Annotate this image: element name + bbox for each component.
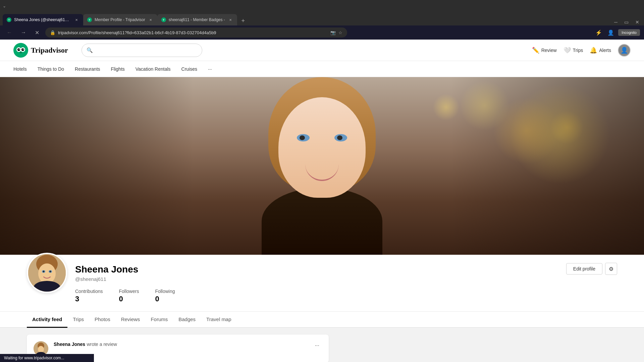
browser-tab-3[interactable]: T sheenaj611 - Member Badges - ✕ xyxy=(157,14,237,25)
left-overlay xyxy=(0,77,193,255)
maximize-button[interactable]: ▭ xyxy=(622,19,631,25)
site-nav: Hotels Things to Do Restaurants Flights … xyxy=(0,61,644,77)
alerts-button[interactable]: 🔔 Alerts xyxy=(590,47,611,54)
address-text: tripadvisor.com/Profile/sheenaj611?fid=6… xyxy=(58,30,328,35)
browser-tab-1[interactable]: T Sheena Jones (@sheenaj611) - T... ✕ xyxy=(3,14,83,25)
svg-point-5 xyxy=(19,49,20,50)
search-input[interactable] xyxy=(96,48,197,53)
profile-handle: @sheenaj611 xyxy=(75,276,617,282)
edit-profile-button[interactable]: Edit profile xyxy=(566,263,602,275)
loading-text: Waiting for www.tripadvisor.com... xyxy=(4,356,64,360)
nav-vacation-rentals[interactable]: Vacation Rentals xyxy=(136,61,171,77)
review-label: Review xyxy=(541,48,557,53)
profile-avatar xyxy=(27,253,67,293)
address-bar-icons: 📷 ☆ xyxy=(330,30,342,35)
site: Tripadvisor 🔍 ✏️ Review 🤍 Trips 🔔 Alerts… xyxy=(0,40,644,362)
tab-title-1: Sheena Jones (@sheenaj611) - T... xyxy=(14,17,71,22)
browser-chrome: ⌄ T Sheena Jones (@sheenaj611) - T... ✕ … xyxy=(0,0,644,40)
extensions-icon[interactable]: ⚡ xyxy=(594,28,603,37)
site-header: Tripadvisor 🔍 ✏️ Review 🤍 Trips 🔔 Alerts… xyxy=(0,40,644,61)
bell-icon: 🔔 xyxy=(590,47,597,54)
logo-area[interactable]: Tripadvisor xyxy=(13,43,68,58)
cover-person xyxy=(205,77,439,255)
tab-bar: T Sheena Jones (@sheenaj611) - T... ✕ T … xyxy=(0,12,644,25)
contributions-stat: Contributions 3 xyxy=(75,289,103,303)
svg-point-11 xyxy=(43,271,45,273)
address-bar[interactable]: 🔒 tripadvisor.com/Profile/sheenaj611?fid… xyxy=(45,27,347,38)
profile-name: Sheena Jones xyxy=(75,264,617,275)
minimize-button[interactable]: ─ xyxy=(612,19,620,25)
nav-cruises[interactable]: Cruises xyxy=(181,61,197,77)
trips-button[interactable]: 🤍 Trips xyxy=(564,47,583,54)
pencil-icon: ✏️ xyxy=(532,47,539,54)
reload-button[interactable]: ✕ xyxy=(32,28,42,37)
heart-icon: 🤍 xyxy=(564,47,571,54)
profile-actions: Edit profile ⚙ xyxy=(566,263,617,275)
contributions-label: Contributions xyxy=(75,289,103,294)
close-window-button[interactable]: ✕ xyxy=(633,19,641,25)
alerts-label: Alerts xyxy=(599,48,611,53)
svg-point-13 xyxy=(50,271,51,273)
loading-bar: Waiting for www.tripadvisor.com... xyxy=(0,354,94,362)
back-button[interactable]: ← xyxy=(4,28,15,37)
header-actions: ✏️ Review 🤍 Trips 🔔 Alerts 👤 xyxy=(532,44,631,57)
tab-favicon-3: T xyxy=(161,17,166,22)
camera-icon[interactable]: 📷 xyxy=(330,30,336,35)
star-icon[interactable]: ☆ xyxy=(338,30,342,35)
following-label: Following xyxy=(155,289,175,294)
feed-author[interactable]: Sheena Jones xyxy=(54,342,85,347)
face-skin xyxy=(278,97,366,198)
browser-tab-2[interactable]: T Member Profile - Tripadvisor ✕ xyxy=(83,14,157,25)
nav-more-button[interactable]: ··· xyxy=(208,66,212,72)
tab-forums[interactable]: Forums xyxy=(145,312,173,328)
new-tab-button[interactable]: + xyxy=(238,16,248,25)
tab-reviews[interactable]: Reviews xyxy=(116,312,146,328)
tab-photos[interactable]: Photos xyxy=(89,312,116,328)
nav-things-to-do[interactable]: Things to Do xyxy=(38,61,64,77)
following-stat[interactable]: Following 0 xyxy=(155,289,175,303)
tab-close-2[interactable]: ✕ xyxy=(148,17,153,22)
left-eye xyxy=(297,134,310,141)
nav-hotels[interactable]: Hotels xyxy=(13,61,27,77)
following-value: 0 xyxy=(155,295,175,303)
right-overlay xyxy=(451,77,644,255)
tab-activity-feed[interactable]: Activity feed xyxy=(27,312,67,328)
tab-travel-map[interactable]: Travel map xyxy=(201,312,236,328)
tab-close-3[interactable]: ✕ xyxy=(228,17,233,22)
tab-badges[interactable]: Badges xyxy=(173,312,201,328)
avatar-svg xyxy=(28,254,66,292)
search-bar[interactable]: 🔍 xyxy=(82,44,202,57)
window-controls: ─ ▭ ✕ xyxy=(612,19,641,25)
user-avatar-header[interactable]: 👤 xyxy=(618,44,631,57)
address-bar-row: ← → ✕ 🔒 tripadvisor.com/Profile/sheenaj6… xyxy=(0,25,644,40)
gear-icon: ⚙ xyxy=(609,266,613,272)
profile-info: Sheena Jones @sheenaj611 Contributions 3… xyxy=(75,263,617,303)
followers-stat[interactable]: Followers 0 xyxy=(119,289,139,303)
tab-dropdown[interactable]: ⌄ xyxy=(3,4,6,8)
tab-trips[interactable]: Trips xyxy=(67,312,89,328)
tab-title-2: Member Profile - Tripadvisor xyxy=(95,17,145,22)
trips-label: Trips xyxy=(573,48,583,53)
contributions-value: 3 xyxy=(75,295,103,303)
tab-title-3: sheenaj611 - Member Badges - xyxy=(169,17,225,22)
profile-stats: Contributions 3 Followers 0 Following 0 xyxy=(75,289,617,303)
lock-icon: 🔒 xyxy=(50,30,55,35)
user-icon[interactable]: 👤 xyxy=(606,28,615,37)
right-eye xyxy=(334,134,347,141)
settings-button[interactable]: ⚙ xyxy=(605,263,617,275)
nav-flights[interactable]: Flights xyxy=(111,61,125,77)
content-area: Sheena Jones wrote a review ··· xyxy=(0,328,644,362)
nav-restaurants[interactable]: Restaurants xyxy=(75,61,100,77)
incognito-button[interactable]: Incognito xyxy=(618,29,640,36)
followers-value: 0 xyxy=(119,295,139,303)
feed-more-button[interactable]: ··· xyxy=(312,341,322,356)
svg-point-17 xyxy=(38,346,44,353)
profile-section: Sheena Jones @sheenaj611 Contributions 3… xyxy=(0,255,644,312)
search-icon: 🔍 xyxy=(87,47,93,53)
face-shape xyxy=(255,77,389,255)
tab-close-1[interactable]: ✕ xyxy=(74,17,79,22)
mouth xyxy=(305,164,339,181)
forward-button[interactable]: → xyxy=(18,28,29,37)
feed-action: wrote a review xyxy=(87,342,117,347)
review-button[interactable]: ✏️ Review xyxy=(532,47,557,54)
